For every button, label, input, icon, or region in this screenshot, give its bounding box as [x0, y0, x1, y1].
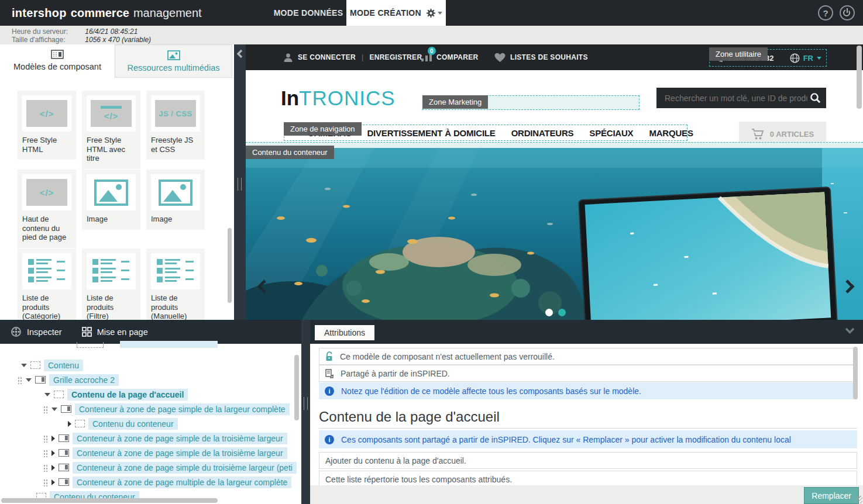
tree-item-label: Conteneur à zone de page simple de la la…	[75, 403, 290, 415]
settings-menu-button[interactable]	[426, 8, 442, 18]
nav-item-brands[interactable]: MARQUES	[649, 128, 693, 138]
divider-drag-handle[interactable]	[238, 178, 242, 191]
language-selector[interactable]: FR	[790, 53, 821, 63]
nav-item-computers[interactable]: ORDINATEURS	[511, 128, 574, 138]
chevron-down-icon[interactable]	[26, 378, 32, 382]
tab-mode-donnees[interactable]: MODE DONNÉES	[270, 0, 346, 26]
search-input[interactable]	[656, 94, 810, 103]
tree-item-container-third-width[interactable]: Conteneur à zone de page simple de la tr…	[43, 431, 287, 446]
tree-item-container-multi-full-width[interactable]: Conteneur à zone de page multiple de la …	[43, 475, 291, 489]
component-icon	[61, 405, 71, 413]
brand-name: intershop	[12, 6, 67, 20]
tile-image[interactable]: Image	[82, 170, 140, 230]
tree-item-container-content[interactable]: Contenu du conteneur	[68, 416, 178, 431]
tile-label: Liste de produits (Manuelle)	[151, 294, 200, 320]
drag-handle-icon[interactable]	[43, 405, 48, 413]
register-link[interactable]: ENREGISTRER	[369, 53, 422, 61]
tile-product-list-manual[interactable]: Liste de produits (Manuelle)	[146, 248, 205, 320]
tree-item-homepage-content[interactable]: Contenu de la page d'accueil	[44, 387, 188, 402]
carousel-dot-2[interactable]	[558, 309, 566, 316]
chevron-right-icon[interactable]	[68, 421, 71, 427]
chevron-right-icon[interactable]	[51, 450, 55, 456]
brand-suffix: management	[133, 6, 202, 20]
collapse-panel-button[interactable]	[845, 327, 855, 334]
product-list-icon	[87, 253, 136, 289]
divider-drag-handle[interactable]	[304, 397, 308, 410]
chevron-right-icon[interactable]	[51, 479, 55, 485]
container-zone-label[interactable]: Contenu du conteneur	[246, 146, 334, 159]
search-box	[656, 88, 826, 108]
drag-handle-icon[interactable]	[43, 464, 48, 472]
marketing-zone[interactable]: Zone Marketing	[422, 95, 639, 110]
carousel-next-button[interactable]	[843, 279, 856, 294]
tab-mode-creation[interactable]: MODE CRÉATION	[346, 0, 446, 26]
replace-button[interactable]: Remplacer	[804, 487, 859, 504]
nav-item-home-entertainment[interactable]: DIVERTISSEMENT À DOMICILE	[367, 128, 495, 138]
intronics-logo[interactable]: InTRONICS	[281, 87, 396, 110]
tab-media-assets[interactable]: Ressources multimédias	[115, 44, 232, 78]
tab-inspect[interactable]: Inspecter	[11, 326, 62, 337]
tab-layout[interactable]: Mise en page	[82, 327, 148, 337]
tile-image-2[interactable]: Image	[146, 170, 205, 230]
drag-handle-icon[interactable]	[43, 478, 48, 486]
tab-attributions[interactable]: Attributions	[315, 325, 374, 340]
logout-button[interactable]	[840, 5, 855, 20]
attributions-scrollbar[interactable]	[853, 347, 858, 399]
navigation-zone-label[interactable]: Zone de navigation	[284, 122, 362, 136]
product-list-icon	[22, 253, 71, 289]
tree-item-grille-accroche[interactable]: Grille accroche 2	[18, 372, 119, 387]
shared-status-text: Partagé à partir de inSPIRED.	[341, 369, 450, 378]
sign-in-link[interactable]: SE CONNECTER | ENREGISTRER	[283, 44, 422, 70]
container-content-zone[interactable]: Contenu du conteneur	[246, 142, 863, 320]
left-panel-scrollbar[interactable]	[228, 228, 232, 303]
tile-free-style-html[interactable]: </> Free Style HTML	[18, 91, 76, 160]
tree-item-container-third-width-2[interactable]: Conteneur à zone de page simple de la tr…	[43, 446, 287, 460]
tile-freestyle-js-css[interactable]: JS / CSS Freestyle JS et CSS	[146, 91, 205, 160]
separator: |	[362, 53, 363, 61]
tree-item-label: Conteneur à zone de page simple du trois…	[73, 462, 297, 474]
wishlists-link[interactable]: LISTES DE SOUHAITS	[494, 44, 588, 70]
tile-free-style-html-title[interactable]: </> Free Style HTML avec titre	[82, 91, 140, 169]
logo-part-dark: In	[281, 87, 299, 109]
tree-item-label: Grille accroche 2	[49, 374, 119, 386]
utility-zone-label[interactable]: Zone utilitaire	[709, 47, 768, 61]
clipped-tree-icon	[77, 342, 104, 348]
inspect-icon	[11, 326, 22, 337]
chevron-down-icon[interactable]	[51, 408, 57, 411]
bottom-panel-divider	[301, 320, 310, 504]
tree-item-container-third-width-small[interactable]: Conteneur à zone de page simple du trois…	[43, 460, 297, 475]
tree-item-contenu[interactable]: Contenu	[21, 358, 83, 372]
tile-product-list-filter[interactable]: Liste de produits (Filtre)	[82, 248, 140, 320]
tree-item-container-full-width[interactable]: Conteneur à zone de page simple de la la…	[43, 402, 290, 416]
chevron-right-icon[interactable]	[51, 465, 55, 471]
drag-handle-icon[interactable]	[43, 449, 48, 457]
carousel-prev-button[interactable]	[256, 279, 269, 294]
compare-link[interactable]: 0 COMPARER	[421, 44, 479, 70]
chevron-right-icon[interactable]	[51, 436, 55, 441]
tab-component-templates[interactable]: Modèles de composant	[0, 44, 115, 78]
tree-horizontal-scrollbar[interactable]	[1, 498, 218, 503]
nav-item-specials[interactable]: SPÉCIAUX	[589, 128, 633, 138]
carousel-dot-1[interactable]	[545, 309, 553, 316]
marketing-zone-label[interactable]: Zone Marketing	[422, 95, 488, 109]
drag-handle-icon[interactable]	[18, 376, 22, 384]
tile-product-list-category[interactable]: Liste de produits (Catégorie)	[18, 248, 76, 320]
storefront-utility-bar: SE CONNECTER | ENREGISTRER 0 COMPARER	[246, 44, 863, 70]
help-button[interactable]: ?	[818, 5, 833, 20]
slot-icon	[54, 391, 64, 398]
tile-footer-content-top[interactable]: </> Haut de contenu du pied de page	[18, 170, 76, 248]
clipped-tree-item	[120, 341, 218, 348]
chevron-down-icon[interactable]	[44, 393, 50, 396]
drag-handle-icon[interactable]	[43, 434, 48, 443]
inspector-panel: Inspecter Mise en page Contenu	[0, 320, 301, 504]
product-list-icon	[151, 253, 200, 289]
search-icon[interactable]	[810, 92, 821, 103]
resize-grip[interactable]	[855, 496, 862, 503]
chevron-down-icon[interactable]	[21, 364, 27, 367]
tree-vertical-scrollbar[interactable]	[294, 355, 299, 420]
collapse-panel-button[interactable]	[236, 49, 244, 58]
tile-label: Freestyle JS et CSS	[151, 136, 200, 154]
tab-media-assets-label: Ressources multimédias	[128, 63, 220, 73]
preview-scrollbar[interactable]	[857, 46, 862, 109]
shared-icon	[325, 369, 333, 378]
